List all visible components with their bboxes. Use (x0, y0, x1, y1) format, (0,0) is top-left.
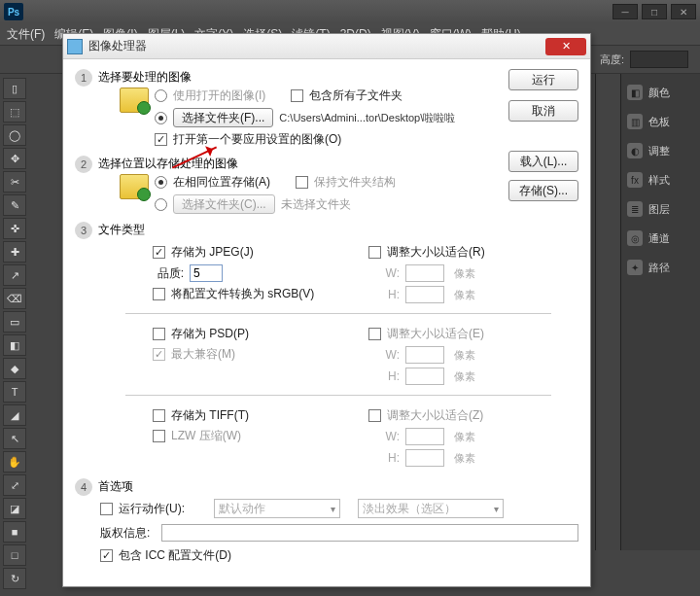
panel-label: 通道 (648, 231, 670, 246)
psd-w-unit: 像素 (454, 348, 475, 363)
section1-title: 选择要处理的图像 (98, 70, 192, 84)
copyright-label: 版权信息: (100, 525, 150, 542)
copyright-input[interactable] (161, 524, 578, 542)
folder-icon[interactable] (120, 88, 149, 113)
icc-check[interactable] (100, 549, 113, 562)
jpeg-h-label: H: (368, 288, 400, 301)
save-psd-check[interactable] (153, 328, 165, 340)
tool-button[interactable]: ✋ (3, 451, 26, 473)
action-set-combo[interactable]: 默认动作 (214, 499, 340, 518)
tiff-resize-check[interactable] (368, 409, 381, 422)
load-button[interactable]: 载入(L)... (508, 151, 578, 172)
keep-structure-check[interactable] (296, 176, 308, 189)
same-location-radio[interactable] (155, 176, 167, 189)
icc-label: 包含 ICC 配置文件(D) (119, 547, 231, 564)
action-combo[interactable]: 淡出效果（选区） (358, 499, 504, 518)
dialog-title: 图像处理器 (88, 38, 147, 54)
tool-button[interactable]: ◆ (3, 358, 26, 379)
save-jpeg-check[interactable] (153, 246, 165, 259)
tool-button[interactable]: ✂ (3, 171, 26, 193)
height-input[interactable] (630, 51, 688, 68)
tool-button[interactable]: ↻ (3, 568, 26, 589)
tool-button[interactable]: T (3, 381, 26, 403)
select-save-folder-button[interactable]: 选择文件夹(C)... (173, 194, 275, 214)
include-subfolders-check[interactable] (291, 89, 303, 102)
section-images: 1 选择要处理的图像 使用打开的图像(I) 包含所有子文件夹 (75, 69, 578, 150)
panel-label: 颜色 (648, 86, 670, 100)
panel-icon: ◐ (627, 143, 643, 158)
srgb-check[interactable] (153, 288, 165, 300)
tool-button[interactable]: ◯ (3, 124, 26, 146)
use-open-images-radio[interactable] (155, 89, 167, 102)
jpeg-w-input[interactable] (405, 264, 444, 282)
save-tiff-check[interactable] (153, 409, 165, 422)
psd-compat-check[interactable] (153, 348, 165, 361)
tool-button[interactable]: ✥ (3, 148, 26, 169)
section-save-location: 2 选择位置以存储处理的图像 在相同位置存储(A) 保持文件夹结构 (75, 156, 578, 216)
tool-button[interactable]: ✚ (3, 241, 26, 263)
tiff-lzw-check[interactable] (153, 430, 165, 442)
minimize-button[interactable]: ─ (612, 4, 638, 19)
cancel-button[interactable]: 取消 (508, 100, 578, 122)
tiff-w-unit: 像素 (454, 430, 475, 444)
tiff-w-input[interactable] (405, 428, 444, 445)
tool-button[interactable]: ↖ (3, 428, 26, 449)
panel-item[interactable]: ◧颜色 (621, 80, 700, 105)
save-psd-label: 存储为 PSD(P) (171, 326, 249, 342)
ps-logo-icon: Ps (4, 3, 23, 20)
psd-w-label: W: (368, 348, 400, 362)
select-folder-button[interactable]: 选择文件夹(F)... (173, 108, 273, 127)
panel-item[interactable]: ✦路径 (621, 255, 700, 280)
panel-label: 色板 (648, 115, 670, 129)
tool-button[interactable]: ⬚ (3, 101, 26, 123)
tool-button[interactable]: ✎ (3, 194, 26, 216)
maximize-button[interactable]: □ (642, 4, 667, 19)
psd-w-input[interactable] (405, 346, 444, 364)
tool-button[interactable]: ◪ (3, 498, 26, 519)
panel-icon: ≣ (627, 201, 643, 217)
tool-button[interactable]: ↗ (3, 264, 26, 286)
run-action-check[interactable] (100, 503, 113, 515)
psd-h-input[interactable] (405, 368, 444, 385)
dialog-close-button[interactable]: ✕ (545, 38, 586, 55)
tiff-h-unit: 像素 (454, 451, 475, 466)
jpeg-w-unit: 像素 (454, 266, 475, 281)
tool-button[interactable]: ⌫ (3, 288, 26, 309)
section-file-type: 3 文件类型 存储为 JPEG(J) 品质: 将配置文件转换为 sRGB(V) … (75, 222, 578, 473)
tool-button[interactable]: ▯ (3, 78, 26, 99)
menu-item[interactable]: 文件(F) (2, 26, 50, 43)
tool-button[interactable]: ✜ (3, 218, 26, 239)
select-folder-radio[interactable] (155, 112, 167, 124)
jpeg-resize-check[interactable] (368, 246, 381, 259)
tool-button[interactable]: ◧ (3, 334, 26, 356)
tiff-lzw-label: LZW 压缩(W) (171, 428, 241, 444)
tool-button[interactable]: ■ (3, 521, 26, 543)
jpeg-resize-label: 调整大小以适合(R) (387, 244, 485, 261)
run-button[interactable]: 运行 (508, 69, 578, 90)
panel-label: 路径 (648, 261, 670, 275)
panel-item[interactable]: ▥色板 (621, 109, 700, 134)
tool-button[interactable]: ◢ (3, 404, 26, 426)
include-subfolders-label: 包含所有子文件夹 (309, 88, 402, 104)
dialog-titlebar: 图像处理器 ✕ (63, 34, 590, 59)
run-action-label: 运行动作(U): (119, 501, 185, 517)
quality-input[interactable] (190, 264, 223, 282)
panel-item[interactable]: ◐调整 (621, 138, 700, 163)
folder-icon[interactable] (120, 174, 149, 199)
tool-button[interactable]: □ (3, 544, 26, 566)
keep-structure-label: 保持文件夹结构 (314, 174, 396, 191)
panel-icon: ◧ (627, 85, 643, 100)
save-button[interactable]: 存储(S)... (508, 180, 578, 201)
close-button[interactable]: ✕ (671, 4, 696, 19)
open-first-check[interactable] (155, 133, 167, 146)
psd-resize-check[interactable] (368, 328, 381, 340)
tiff-h-input[interactable] (405, 449, 444, 467)
tool-button[interactable]: ⤢ (3, 474, 26, 496)
panel-icon: fx (627, 172, 643, 188)
tool-button[interactable]: ▭ (3, 311, 26, 333)
panel-item[interactable]: ◎通道 (621, 226, 700, 251)
panel-item[interactable]: fx样式 (621, 167, 700, 193)
panel-item[interactable]: ≣图层 (621, 196, 700, 222)
jpeg-h-input[interactable] (405, 286, 444, 303)
select-save-folder-radio[interactable] (155, 198, 167, 211)
